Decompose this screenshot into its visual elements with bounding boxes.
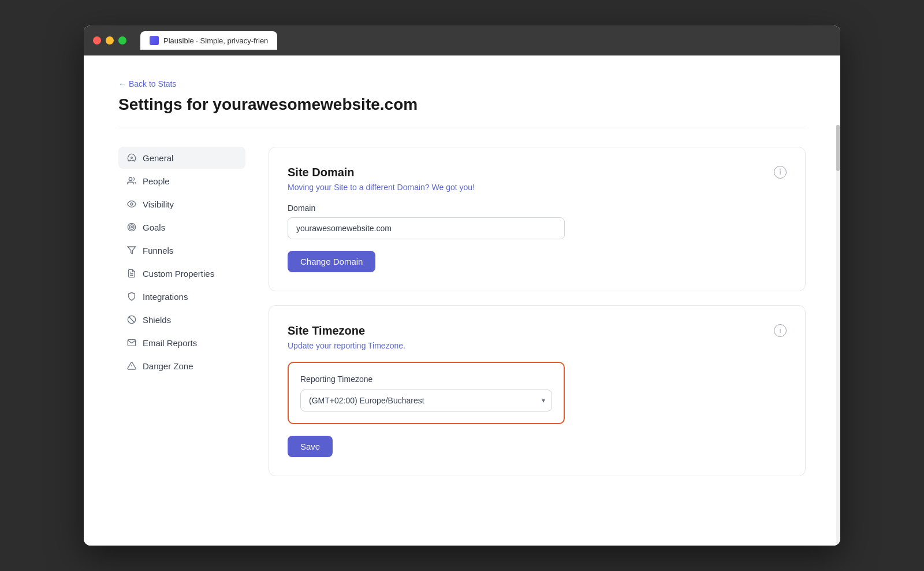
shield-icon [126,314,137,325]
domain-field-label: Domain [288,203,787,213]
sidebar-label-integrations: Integrations [143,292,188,302]
save-button[interactable]: Save [288,436,333,457]
page-content: ← Back to Stats Settings for yourawesome… [84,55,840,546]
site-timezone-card: Site Timezone Update your reporting Time… [269,305,806,476]
sidebar-item-custom-properties[interactable]: Custom Properties [118,262,245,284]
sidebar-label-general: General [143,153,173,163]
sidebar-label-people: People [143,176,170,186]
save-btn-wrapper: Save [288,436,787,457]
svg-point-0 [131,157,133,159]
browser-chrome: Plausible · Simple, privacy-frien [84,25,840,55]
sidebar-item-danger-zone[interactable]: Danger Zone [118,355,245,377]
sidebar-label-danger-zone: Danger Zone [143,361,193,371]
timezone-section: Reporting Timezone (GMT+02:00) Europe/Bu… [288,362,565,424]
browser-window: Plausible · Simple, privacy-frien ← Back… [84,25,840,546]
change-domain-button[interactable]: Change Domain [288,251,375,272]
sidebar-label-visibility: Visibility [143,199,174,209]
browser-tab[interactable]: Plausible · Simple, privacy-frien [140,31,277,50]
sidebar-item-funnels[interactable]: Funnels [118,239,245,261]
sidebar-item-goals[interactable]: Goals [118,216,245,238]
funnel-icon [126,245,137,255]
sidebar-label-custom-properties: Custom Properties [143,269,214,279]
svg-point-5 [131,227,133,228]
site-timezone-header-text: Site Timezone Update your reporting Time… [288,324,405,350]
scrollbar-thumb[interactable] [836,125,840,171]
minimize-button[interactable] [106,36,114,45]
section-divider [118,128,806,128]
sidebar-item-visibility[interactable]: Visibility [118,193,245,215]
sidebar-item-shields[interactable]: Shields [118,309,245,331]
main-content: Site Domain Moving your Site to a differ… [269,147,806,490]
mail-icon [126,338,137,348]
site-domain-info-icon[interactable]: i [774,166,787,179]
scrollbar[interactable] [836,102,840,546]
tab-title: Plausible · Simple, privacy-frien [163,36,268,45]
sidebar-item-people[interactable]: People [118,170,245,192]
svg-marker-6 [128,247,135,254]
eye-icon [126,199,137,209]
scrollbar-track [836,125,840,546]
site-domain-header-text: Site Domain Moving your Site to a differ… [288,166,475,192]
site-timezone-info-icon[interactable]: i [774,324,787,337]
sidebar-item-general[interactable]: General [118,147,245,169]
domain-input[interactable] [288,217,565,239]
warning-icon [126,361,137,371]
sidebar-item-email-reports[interactable]: Email Reports [118,332,245,354]
site-domain-subtitle: Moving your Site to a different Domain? … [288,183,475,192]
sidebar-item-integrations[interactable]: Integrations [118,286,245,307]
site-domain-title: Site Domain [288,166,475,179]
sidebar-label-funnels: Funnels [143,246,173,255]
svg-point-2 [131,203,133,205]
sidebar-label-shields: Shields [143,315,171,325]
sidebar-label-goals: Goals [143,223,165,232]
svg-point-1 [129,177,132,180]
file-icon [126,268,137,279]
site-domain-card: Site Domain Moving your Site to a differ… [269,147,806,291]
traffic-lights [93,36,126,45]
timezone-select[interactable]: (GMT+02:00) Europe/Bucharest (GMT+00:00)… [300,390,552,411]
back-to-stats-link[interactable]: ← Back to Stats [118,79,176,88]
reporting-timezone-label: Reporting Timezone [300,375,552,384]
timezone-select-wrapper: (GMT+02:00) Europe/Bucharest (GMT+00:00)… [300,390,552,411]
svg-point-4 [129,225,134,229]
people-icon [126,176,137,186]
tab-favicon [150,36,159,45]
sidebar-label-email-reports: Email Reports [143,338,197,348]
target-icon [126,222,137,232]
site-timezone-title: Site Timezone [288,324,405,338]
rocket-icon [126,153,137,163]
page-title: Settings for yourawesomewebsite.com [118,95,806,114]
svg-line-10 [129,317,134,322]
site-timezone-header: Site Timezone Update your reporting Time… [288,324,787,350]
integrations-icon [126,291,137,302]
site-timezone-subtitle: Update your reporting Timezone. [288,341,405,350]
maximize-button[interactable] [118,36,126,45]
settings-layout: General People [118,147,806,490]
site-domain-header: Site Domain Moving your Site to a differ… [288,166,787,192]
settings-sidebar: General People [118,147,245,490]
close-button[interactable] [93,36,101,45]
